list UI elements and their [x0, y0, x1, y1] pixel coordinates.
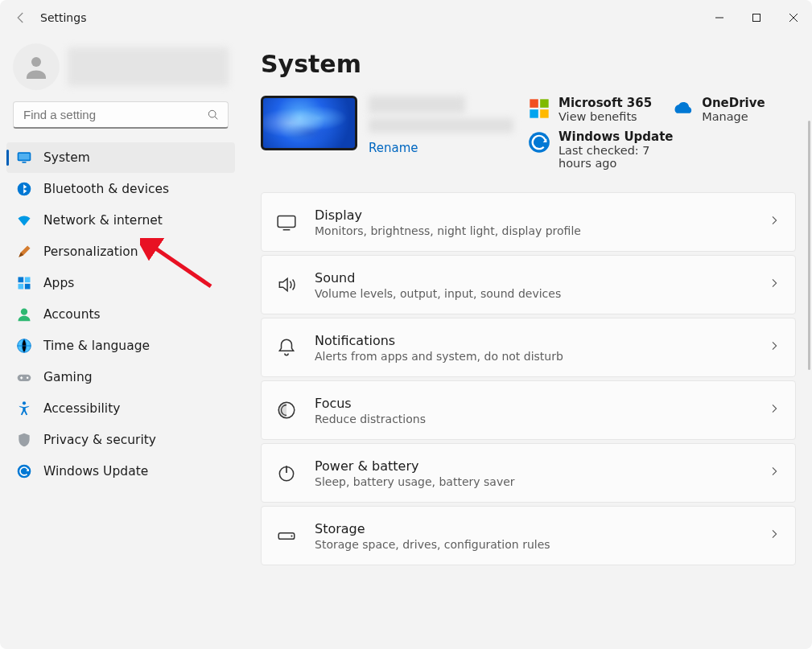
sidebar-item-label: Personalization: [43, 244, 138, 259]
sidebar-item-label: Windows Update: [43, 464, 148, 479]
sidebar-item-label: Privacy & security: [43, 433, 156, 447]
setting-card-focus[interactable]: Focus Reduce distractions: [261, 380, 796, 440]
chevron-right-icon: [768, 339, 781, 355]
setting-card-storage[interactable]: Storage Storage space, drives, configura…: [261, 506, 796, 565]
desktop-wallpaper-thumbnail: [261, 96, 357, 150]
gamepad-icon: [16, 369, 32, 385]
sidebar-item-gaming[interactable]: Gaming: [6, 362, 235, 392]
minimize-button[interactable]: [701, 5, 738, 31]
svg-rect-9: [19, 284, 24, 290]
close-button[interactable]: [775, 5, 812, 31]
sidebar-item-time-language[interactable]: Time & language: [6, 331, 235, 361]
titlebar: Settings: [0, 0, 812, 35]
sound-icon: [276, 274, 297, 295]
maximize-button[interactable]: [738, 5, 775, 31]
sidebar-item-label: Time & language: [43, 339, 150, 353]
chevron-right-icon: [768, 465, 781, 481]
card-title: Power & battery: [315, 458, 768, 474]
globe-clock-icon: [16, 338, 32, 354]
bell-icon: [276, 337, 297, 358]
setting-card-sound[interactable]: Sound Volume levels, output, input, soun…: [261, 255, 796, 314]
chevron-right-icon: [768, 528, 781, 544]
back-button[interactable]: [6, 3, 35, 32]
svg-point-11: [21, 309, 27, 315]
focus-icon: [276, 400, 297, 421]
rename-pc-link[interactable]: Rename: [369, 141, 513, 155]
sidebar: System Bluetooth & devices Network & int…: [0, 35, 241, 649]
chevron-right-icon: [768, 277, 781, 293]
search-input[interactable]: [22, 107, 207, 122]
sidebar-item-bluetooth[interactable]: Bluetooth & devices: [6, 174, 235, 204]
shield-icon: [16, 432, 32, 448]
update-icon: [528, 131, 550, 154]
sidebar-item-system[interactable]: System: [6, 142, 235, 173]
sidebar-item-label: System: [43, 150, 90, 165]
onedrive-tile[interactable]: OneDrive Manage: [671, 96, 765, 123]
svg-point-6: [18, 183, 31, 196]
sidebar-item-label: Apps: [43, 276, 74, 290]
chevron-right-icon: [768, 214, 781, 230]
svg-point-16: [23, 401, 26, 405]
svg-rect-5: [23, 162, 27, 163]
microsoft-365-tile[interactable]: Microsoft 365 View benefits: [528, 96, 652, 123]
sidebar-item-label: Network & internet: [43, 213, 163, 228]
display-icon: [276, 212, 297, 232]
tile-subtitle: Last checked: 7 hours ago: [559, 144, 681, 170]
windows-update-tile[interactable]: Windows Update Last checked: 7 hours ago: [528, 129, 681, 170]
card-subtitle: Monitors, brightness, night light, displ…: [315, 224, 768, 237]
sidebar-item-windows-update[interactable]: Windows Update: [6, 456, 235, 487]
wifi-icon: [16, 212, 32, 228]
sidebar-item-privacy[interactable]: Privacy & security: [6, 425, 235, 455]
svg-rect-10: [25, 284, 31, 290]
scrollbar[interactable]: [808, 121, 810, 370]
storage-icon: [276, 525, 297, 546]
tile-subtitle: View benefits: [559, 110, 652, 123]
svg-rect-4: [19, 154, 29, 160]
search-icon: [207, 109, 220, 121]
svg-rect-23: [278, 216, 295, 227]
tile-title: Microsoft 365: [559, 96, 652, 110]
sidebar-item-accessibility[interactable]: Accessibility: [6, 393, 235, 424]
svg-rect-8: [25, 277, 31, 283]
svg-rect-21: [540, 109, 549, 118]
tile-title: Windows Update: [559, 129, 681, 144]
user-account-block[interactable]: [0, 39, 241, 101]
sidebar-item-label: Gaming: [43, 370, 93, 384]
setting-card-notifications[interactable]: Notifications Alerts from apps and syste…: [261, 318, 796, 377]
setting-card-display[interactable]: Display Monitors, brightness, night ligh…: [261, 192, 796, 252]
tile-subtitle: Manage: [702, 110, 765, 123]
svg-rect-7: [19, 277, 24, 283]
search-field[interactable]: [13, 101, 229, 129]
setting-card-power[interactable]: Power & battery Sleep, battery usage, ba…: [261, 443, 796, 503]
sidebar-item-label: Accounts: [43, 307, 101, 322]
page-title: System: [261, 50, 802, 78]
paintbrush-icon: [16, 244, 32, 260]
card-title: Display: [315, 207, 768, 223]
svg-rect-19: [540, 99, 549, 107]
system-icon: [16, 150, 32, 166]
power-icon: [276, 462, 297, 483]
sidebar-item-network[interactable]: Network & internet: [6, 205, 235, 236]
card-title: Notifications: [315, 333, 768, 348]
sidebar-item-accounts[interactable]: Accounts: [6, 299, 235, 330]
card-title: Focus: [315, 396, 768, 411]
user-name-redacted: [68, 47, 229, 86]
svg-rect-0: [753, 14, 760, 22]
app-title: Settings: [40, 11, 86, 24]
person-icon: [16, 306, 32, 322]
svg-point-1: [31, 57, 41, 67]
apps-icon: [16, 275, 32, 291]
card-subtitle: Volume levels, output, input, sound devi…: [315, 287, 768, 300]
sidebar-item-label: Bluetooth & devices: [43, 182, 169, 196]
svg-rect-18: [530, 99, 538, 107]
card-subtitle: Sleep, battery usage, battery saver: [315, 475, 768, 488]
device-block[interactable]: Rename: [261, 96, 513, 170]
sidebar-item-apps[interactable]: Apps: [6, 268, 235, 298]
device-model-redacted: [369, 118, 513, 133]
card-subtitle: Reduce distractions: [315, 413, 768, 425]
card-subtitle: Storage space, drives, configuration rul…: [315, 538, 768, 551]
svg-point-15: [27, 377, 29, 380]
tile-title: OneDrive: [702, 96, 765, 110]
chevron-right-icon: [768, 402, 781, 418]
sidebar-item-personalization[interactable]: Personalization: [6, 236, 235, 267]
